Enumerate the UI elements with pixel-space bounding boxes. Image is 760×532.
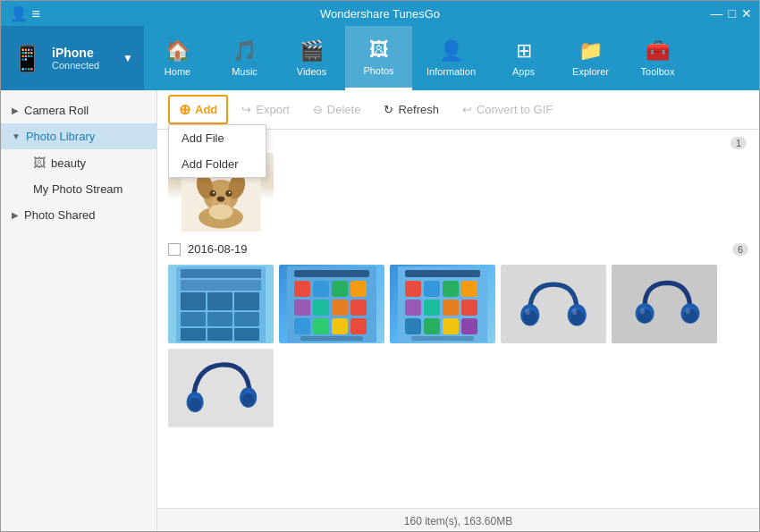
svg-rect-32 (332, 300, 348, 316)
photo-library-label: Photo Library (26, 130, 95, 143)
svg-rect-51 (443, 318, 459, 334)
nav-information-label: Information (426, 66, 476, 77)
add-dropdown-wrapper: ⊕ Add Add File Add Folder (168, 95, 228, 124)
nav-apps-label: Apps (512, 66, 535, 77)
sidebar-item-camera-roll[interactable]: ▶ Camera Roll (1, 97, 156, 123)
delete-button[interactable]: ⊖ Delete (303, 97, 371, 122)
window-controls[interactable]: — □ ✕ (711, 6, 752, 21)
nav-videos-label: Videos (297, 66, 326, 77)
svg-point-8 (213, 191, 215, 193)
svg-rect-21 (181, 328, 206, 341)
group2-thumbnails-row2 (168, 349, 748, 427)
headphones-1-thumb[interactable] (501, 265, 606, 343)
home-icon: 🏠 (165, 39, 190, 63)
refresh-button[interactable]: ↻ Refresh (374, 97, 449, 122)
svg-point-61 (572, 308, 577, 315)
svg-rect-44 (461, 281, 477, 297)
sidebar-item-photo-library[interactable]: ▼ Photo Library (1, 123, 156, 149)
svg-rect-42 (424, 281, 440, 297)
svg-rect-50 (424, 318, 440, 334)
add-button[interactable]: ⊕ Add (168, 95, 228, 124)
sidebar: ▶ Camera Roll ▼ Photo Library 🖼 beauty M… (1, 90, 157, 532)
explorer-icon: 📁 (578, 39, 603, 63)
minimize-icon[interactable]: — (711, 6, 723, 21)
convert-label: Convert to GIF (477, 103, 553, 116)
phone-screenshot-2-svg (287, 266, 376, 342)
nav-home-label: Home (165, 66, 190, 77)
top-nav: 📱 iPhone Connected ▼ 🏠 Home 🎵 Music 🎬 Vi… (1, 26, 759, 90)
group2-header-left: 2016-08-19 (168, 242, 248, 256)
svg-rect-40 (405, 270, 480, 277)
svg-point-60 (526, 308, 530, 315)
svg-rect-47 (443, 300, 459, 316)
export-label: Export (256, 103, 290, 116)
svg-rect-22 (207, 328, 232, 341)
svg-rect-28 (332, 281, 348, 297)
sidebar-item-photo-stream[interactable]: My Photo Stream (19, 176, 156, 202)
svg-rect-23 (234, 328, 259, 341)
svg-rect-43 (443, 281, 459, 297)
title-bar: 👤 ≡ Wondershare TunesGo — □ ✕ (1, 1, 759, 26)
nav-toolbox[interactable]: 🧰 Toolbox (624, 26, 691, 90)
nav-information[interactable]: 👤 Information (412, 26, 490, 90)
sidebar-item-photo-shared[interactable]: ▶ Photo Shared (1, 202, 156, 228)
nav-items: 🏠 Home 🎵 Music 🎬 Videos 🖼 Photos 👤 Infor… (144, 26, 759, 90)
sidebar-item-beauty[interactable]: 🖼 beauty (19, 149, 156, 176)
svg-rect-35 (313, 318, 329, 334)
phone-screenshot-3-svg (398, 266, 487, 342)
device-info: iPhone Connected (52, 46, 114, 71)
phone-screenshot-3-thumb[interactable] (390, 265, 495, 343)
information-icon: 👤 (439, 39, 463, 63)
svg-point-6 (217, 196, 225, 201)
convert-gif-button[interactable]: ↩ Convert to GIF (452, 97, 562, 122)
device-chevron-icon[interactable]: ▼ (122, 52, 133, 64)
device-name: iPhone (52, 46, 114, 60)
device-section[interactable]: 📱 iPhone Connected ▼ (1, 26, 144, 90)
add-file-item[interactable]: Add File (169, 125, 266, 151)
headphones-2-thumb[interactable] (612, 265, 717, 343)
svg-point-75 (242, 393, 255, 407)
nav-videos[interactable]: 🎬 Videos (278, 26, 345, 90)
svg-rect-14 (181, 280, 261, 291)
group2-count-badge: 6 (732, 243, 748, 256)
nav-home[interactable]: 🏠 Home (144, 26, 211, 90)
svg-rect-49 (405, 318, 421, 334)
nav-photos[interactable]: 🖼 Photos (345, 26, 412, 90)
nav-photos-label: Photos (363, 65, 393, 76)
phone-screenshot-2-thumb[interactable] (279, 265, 384, 343)
nav-apps[interactable]: ⊞ Apps (490, 26, 557, 90)
svg-rect-34 (294, 318, 310, 334)
maximize-icon[interactable]: □ (729, 6, 736, 21)
apps-icon: ⊞ (516, 39, 532, 63)
add-folder-item[interactable]: Add Folder (169, 151, 266, 177)
svg-point-66 (638, 308, 652, 323)
svg-rect-25 (294, 270, 369, 277)
group2-date: 2016-08-19 (188, 242, 248, 256)
svg-point-10 (229, 191, 231, 193)
photos-icon: 🖼 (369, 38, 389, 62)
beauty-folder-icon: 🖼 (33, 156, 46, 170)
close-icon[interactable]: ✕ (741, 6, 752, 21)
phone-screenshot-1-inner (168, 265, 274, 343)
add-dropdown: Add File Add Folder (168, 124, 266, 178)
svg-rect-33 (350, 300, 367, 316)
svg-rect-45 (405, 300, 421, 316)
svg-point-7 (210, 190, 216, 197)
nav-music[interactable]: 🎵 Music (211, 26, 278, 90)
nav-explorer-label: Explorer (572, 66, 609, 77)
photo-shared-label: Photo Shared (24, 208, 96, 222)
user-icon[interactable]: 👤 ≡ (10, 5, 40, 22)
export-button[interactable]: ↪ Export (232, 97, 300, 122)
refresh-icon: ↻ (384, 103, 393, 116)
photo-grid-area: 1 (157, 130, 759, 508)
content-area: ⊕ Add Add File Add Folder ↪ Export ⊖ Del… (157, 90, 759, 532)
phone-screenshot-1-thumb[interactable] (168, 265, 274, 343)
headphones-2-svg (629, 273, 700, 335)
beauty-label: beauty (51, 156, 86, 170)
headphones-3-thumb[interactable] (168, 349, 274, 427)
camera-roll-arrow-icon: ▶ (12, 106, 19, 115)
group2-checkbox[interactable] (168, 243, 181, 256)
export-icon: ↪ (241, 103, 251, 116)
nav-explorer[interactable]: 📁 Explorer (557, 26, 624, 90)
add-plus-icon: ⊕ (179, 101, 190, 118)
